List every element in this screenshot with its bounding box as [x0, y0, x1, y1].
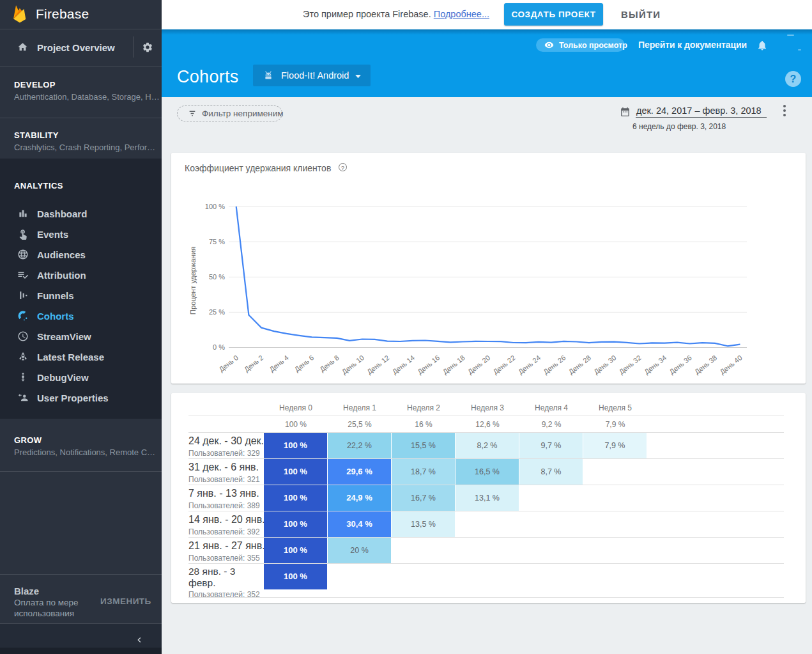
svg-text:День 20: День 20	[466, 354, 491, 375]
svg-text:День 4: День 4	[268, 354, 290, 373]
svg-text:Процент удержания: Процент удержания	[189, 247, 197, 315]
svg-text:50 %: 50 %	[209, 273, 225, 281]
svg-text:День 40: День 40	[718, 354, 743, 375]
svg-text:0 %: 0 %	[213, 343, 225, 351]
svg-text:100 %: 100 %	[205, 203, 225, 210]
svg-text:День 0: День 0	[217, 354, 240, 373]
svg-text:День 10: День 10	[341, 354, 365, 375]
svg-text:День 24: День 24	[517, 354, 542, 375]
svg-text:День 28: День 28	[567, 354, 592, 375]
svg-text:День 16: День 16	[416, 354, 441, 375]
svg-text:25 %: 25 %	[209, 308, 225, 316]
svg-text:День 22: День 22	[491, 354, 516, 375]
svg-text:День 26: День 26	[542, 354, 567, 375]
svg-text:75 %: 75 %	[209, 238, 225, 245]
svg-text:День 32: День 32	[617, 354, 642, 375]
svg-text:День 12: День 12	[365, 354, 390, 375]
svg-text:День 36: День 36	[668, 354, 693, 375]
svg-text:День 30: День 30	[592, 354, 617, 375]
svg-text:День 34: День 34	[643, 354, 668, 375]
svg-text:День 2: День 2	[243, 354, 265, 373]
svg-text:День 8: День 8	[318, 354, 341, 373]
svg-text:День 18: День 18	[441, 354, 466, 375]
svg-text:День 6: День 6	[293, 354, 316, 373]
svg-text:День 38: День 38	[693, 354, 718, 375]
svg-text:День 14: День 14	[391, 354, 416, 375]
